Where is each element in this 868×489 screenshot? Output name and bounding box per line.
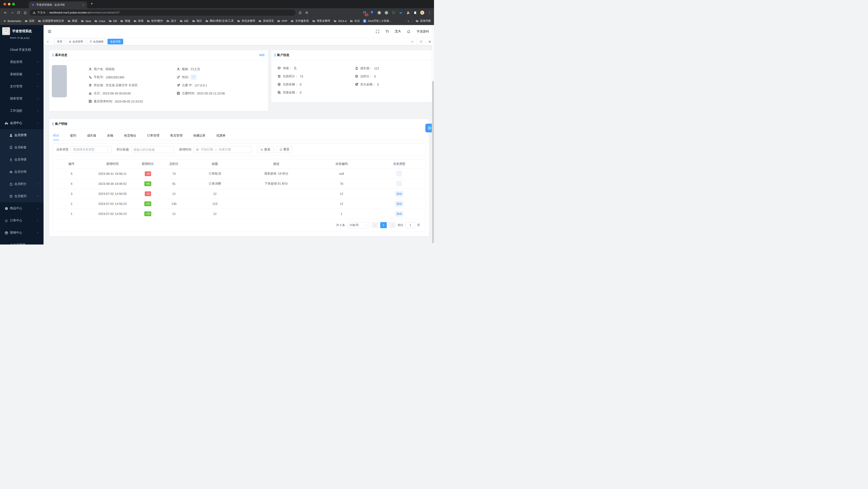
maximize-window-button[interactable] — [12, 3, 15, 5]
bookmarks-overflow-icon[interactable]: » — [408, 19, 409, 23]
bookmark-item[interactable]: 游戏 — [133, 19, 144, 23]
bookmark-item[interactable]: 博客未整理 — [312, 19, 331, 23]
detail-tab[interactable]: 成长值 — [87, 131, 96, 140]
extension-json-icon[interactable]: 12 — [363, 10, 367, 15]
page-tab[interactable]: 会员标签 — [87, 39, 106, 44]
page-tab[interactable]: 会员管理 — [66, 39, 86, 44]
sidebar-item[interactable]: 会员分组 — [0, 166, 43, 178]
prev-page-button[interactable]: ‹ — [372, 222, 378, 228]
bookmark-item[interactable]: 其他语言 — [258, 19, 274, 23]
bookmark-item[interactable]: 生活 — [350, 19, 360, 23]
bookmarks-root[interactable]: Bookmarks — [3, 19, 21, 23]
current-page[interactable]: 1 — [380, 222, 387, 228]
bookmark-item[interactable]: 资讯未整理 — [237, 19, 255, 23]
current-user[interactable]: 芋道源码 — [416, 30, 429, 33]
goto-page-input[interactable] — [405, 222, 415, 228]
extension-puzzle-icon[interactable] — [406, 10, 410, 15]
page-tab[interactable]: 首页 — [54, 39, 65, 44]
bell-icon[interactable] — [407, 29, 411, 33]
bookmark-item[interactable]: DB — [108, 19, 117, 23]
bookmark-item[interactable]: 近期需要读的文章 — [38, 19, 64, 23]
bookmark-item[interactable]: 前端 — [120, 19, 130, 23]
tabs-scroll-right-icon[interactable] — [408, 38, 416, 45]
hamburger-icon[interactable] — [48, 29, 52, 33]
detail-tab[interactable]: 收货地址 — [124, 131, 136, 140]
date-range-picker[interactable]: 开始日期 – 结束日期 — [193, 146, 252, 153]
bookmark-item[interactable]: Java — [81, 19, 91, 23]
detail-tab[interactable]: 收藏记录 — [193, 131, 206, 140]
sidebar-item[interactable]: 会员等级 — [0, 153, 43, 166]
tabs-scroll-left-icon[interactable] — [43, 38, 52, 45]
home-icon[interactable] — [22, 9, 28, 16]
bookmark-item[interactable]: B Java开发 | 小组首... — [363, 19, 392, 23]
sidebar-item[interactable]: 工作流程 — [0, 105, 43, 117]
bookmark-item[interactable]: 网站/博客/文章/工具 — [205, 19, 234, 23]
next-page-button[interactable]: › — [389, 222, 396, 228]
detail-tab[interactable]: 余额 — [107, 131, 113, 140]
sidebar-item[interactable]: 会员管理 — [0, 129, 43, 141]
browser-menu-icon[interactable]: ⋮ — [427, 11, 431, 14]
bookmark-item[interactable]: PHP — [277, 19, 287, 23]
sidebar-item[interactable]: 商品中心 — [0, 202, 43, 214]
bookmark-item[interactable]: 项目 — [192, 19, 202, 23]
bookmark-item[interactable]: 文件服务器 — [290, 19, 309, 23]
extension-frame-icon[interactable] — [413, 10, 417, 15]
search-button[interactable]: 搜索 — [257, 146, 274, 153]
bookmark-item[interactable]: 2014-4 — [334, 19, 346, 23]
back-icon[interactable] — [2, 9, 9, 16]
other-bookmarks[interactable]: 其他书签 — [415, 19, 431, 23]
language-icon[interactable]: 文A — [395, 29, 401, 34]
sidebar-item[interactable]: 营销中心 — [0, 227, 43, 239]
sidebar-item[interactable]: 会员标签 — [0, 141, 43, 153]
sidebar-item[interactable]: 基础设施 — [0, 68, 43, 80]
bookmark-star-icon[interactable] — [303, 9, 310, 16]
bookmark-item[interactable]: 运营 — [25, 19, 35, 23]
extension-command-icon[interactable]: ⌘ — [377, 10, 381, 15]
edit-button[interactable]: 编辑 — [259, 53, 265, 57]
detail-tab[interactable]: 优惠券 — [216, 131, 225, 140]
detail-tab[interactable]: 订单管理 — [147, 131, 159, 140]
sidebar-item[interactable]: 会员中心 — [0, 117, 43, 129]
font-size-icon[interactable]: Tt — [385, 30, 389, 33]
sidebar-item[interactable]: 支付管理 — [0, 80, 43, 93]
minimize-window-button[interactable] — [8, 3, 10, 5]
sidebar-item[interactable]: 订单中心 — [0, 214, 43, 227]
detail-tab[interactable]: 签到 — [70, 131, 76, 140]
bookmark-item[interactable]: 设计 — [166, 19, 176, 23]
sidebar-item[interactable]: 系统管理 — [0, 56, 43, 68]
close-window-button[interactable] — [3, 3, 6, 5]
tab-close-icon[interactable]: × — [82, 3, 85, 6]
points-title-input[interactable] — [131, 146, 174, 153]
bookmark-item[interactable]: Linux — [94, 19, 105, 23]
forward-icon[interactable] — [9, 9, 15, 16]
page-scrollbar[interactable] — [432, 25, 434, 244]
extension-star-icon[interactable] — [391, 10, 396, 15]
page-tab[interactable]: 会员详情 — [107, 39, 123, 44]
sidebar-item[interactable]: 会员签到 — [0, 190, 43, 202]
extension-vue-icon[interactable] — [399, 10, 403, 15]
bookmark-item[interactable]: 搜索 — [67, 19, 78, 23]
extension-record-icon[interactable] — [384, 10, 389, 15]
scrollbar-thumb[interactable] — [432, 81, 434, 243]
page-size-select[interactable]: 10条/页 — [347, 222, 369, 228]
new-tab-button[interactable]: + — [91, 1, 93, 6]
extension-balloon-icon[interactable] — [370, 10, 374, 15]
tabs-refresh-icon[interactable] — [416, 38, 425, 45]
profile-avatar[interactable] — [420, 10, 425, 15]
reload-icon[interactable] — [15, 9, 22, 16]
share-icon[interactable] — [297, 9, 303, 16]
browser-tab[interactable]: 芋道管理系统 - 会员详情 × — [29, 2, 87, 8]
sidebar-item[interactable]: Cloud 开发文档 — [0, 44, 43, 56]
sidebar-item[interactable]: 会员积分 — [0, 178, 43, 190]
detail-tab[interactable]: 积分 — [53, 131, 59, 140]
business-type-select[interactable]: 请选择业务类型 — [71, 146, 112, 153]
reset-button[interactable]: 重置 — [276, 146, 293, 153]
bookmark-item[interactable]: 软件/硬件 — [147, 19, 163, 23]
detail-tab[interactable]: 售后管理 — [170, 131, 182, 140]
bookmark-item[interactable]: IDE — [180, 19, 189, 23]
app-logo-row[interactable]: 芋道管理系统 — [0, 25, 43, 37]
sidebar-item[interactable]: 公众号管理 — [0, 239, 43, 244]
sidebar-item[interactable]: 报表管理 — [0, 93, 43, 105]
fullscreen-icon[interactable] — [375, 29, 380, 33]
address-bar[interactable]: 不安全 dashboard-vue3.yudao.iocoder.cn/memb… — [30, 9, 296, 16]
